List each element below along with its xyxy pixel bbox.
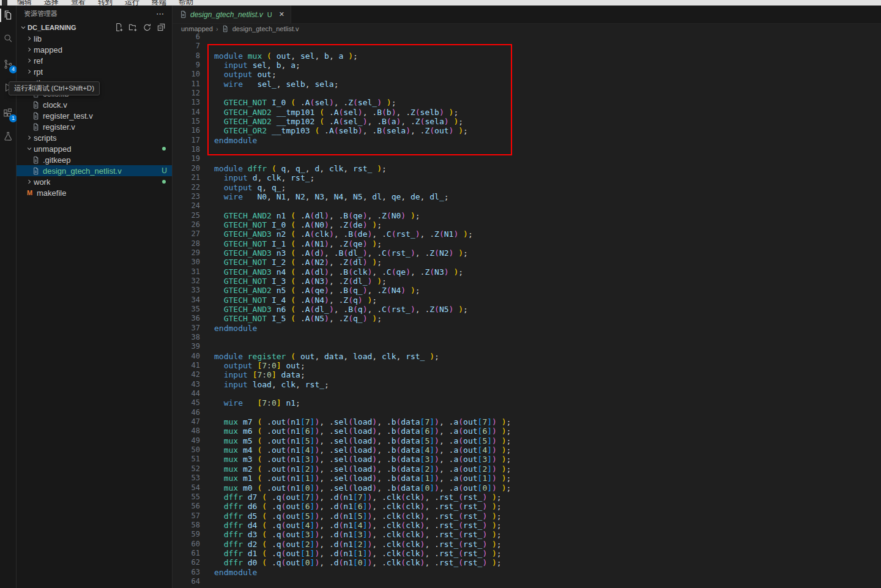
code-line-46[interactable]: 46: [173, 408, 881, 417]
code-line-content[interactable]: [200, 32, 214, 42]
line-number[interactable]: 8: [173, 51, 200, 61]
line-number[interactable]: 38: [173, 333, 200, 342]
line-number[interactable]: 62: [173, 558, 200, 567]
code-line-9[interactable]: 9 input sel, b, a;: [173, 61, 881, 70]
code-line-content[interactable]: mux m4 ( .out(n1[4]), .sel(load), .b(dat…: [200, 445, 511, 455]
chevron-right-icon[interactable]: [25, 34, 34, 43]
line-number[interactable]: 63: [173, 568, 200, 577]
code-line-content[interactable]: mux m3 ( .out(n1[3]), .sel(load), .b(dat…: [200, 455, 511, 464]
line-number[interactable]: 64: [173, 577, 200, 586]
code-line-51[interactable]: 51 mux m3 ( .out(n1[3]), .sel(load), .b(…: [173, 455, 881, 464]
code-line-25[interactable]: 25 GTECH_AND2 n1 ( .A(dl), .B(qe), .Z(N0…: [173, 211, 881, 220]
code-line-36[interactable]: 36 GTECH_NOT I_5 ( .A(N5), .Z(q_) );: [173, 314, 881, 323]
code-line-31[interactable]: 31 GTECH_AND3 n4 ( .A(dl), .B(clk), .C(q…: [173, 267, 881, 277]
code-line-21[interactable]: 21 input d, clk, rst_;: [173, 173, 881, 182]
code-line-content[interactable]: [200, 201, 214, 210]
chevron-right-icon[interactable]: [25, 56, 34, 65]
code-line-content[interactable]: mux m5 ( .out(n1[5]), .sel(load), .b(dat…: [200, 436, 511, 445]
code-line-content[interactable]: wire [7:0] n1;: [200, 398, 300, 408]
code-line-64[interactable]: 64: [173, 577, 881, 586]
code-line-content[interactable]: module mux ( out, sel, b, a );: [200, 51, 358, 61]
line-number[interactable]: 10: [173, 70, 200, 79]
tree-folder-scripts[interactable]: scripts: [17, 132, 172, 143]
line-number[interactable]: 28: [173, 239, 200, 248]
tree-file-design-gtech-netlist-v[interactable]: design_gtech_netlist.vU: [17, 165, 172, 176]
code-line-50[interactable]: 50 mux m4 ( .out(n1[4]), .sel(load), .b(…: [173, 445, 881, 455]
code-line-49[interactable]: 49 mux m5 ( .out(n1[5]), .sel(load), .b(…: [173, 436, 881, 445]
code-line-37[interactable]: 37endmodule: [173, 324, 881, 333]
code-line-content[interactable]: dffr d5 ( .q(out[5]), .d(n1[5]), .clk(cl…: [200, 512, 502, 521]
code-line-41[interactable]: 41 output [7:0] out;: [173, 361, 881, 370]
code-line-19[interactable]: 19: [173, 154, 881, 163]
code-line-content[interactable]: GTECH_AND3 n3 ( .A(d), .B(dl_), .C(rst_)…: [200, 248, 468, 258]
code-line-content[interactable]: dffr d6 ( .q(out[6]), .d(n1[6]), .clk(cl…: [200, 502, 502, 511]
source-control-icon[interactable]: 4: [1, 57, 15, 72]
line-number[interactable]: 23: [173, 192, 200, 201]
line-number[interactable]: 22: [173, 183, 200, 192]
line-number[interactable]: 42: [173, 370, 200, 379]
code-line-17[interactable]: 17endmodule: [173, 136, 881, 145]
more-actions-icon[interactable]: ⋯: [156, 9, 165, 18]
line-number[interactable]: 45: [173, 398, 200, 408]
line-number[interactable]: 47: [173, 417, 200, 426]
menu-item-4[interactable]: 转到: [98, 0, 113, 6]
line-number[interactable]: 36: [173, 314, 200, 323]
code-line-content[interactable]: output q, q_;: [200, 183, 286, 192]
line-number[interactable]: 55: [173, 493, 200, 502]
line-number[interactable]: 33: [173, 286, 200, 295]
line-number[interactable]: 41: [173, 361, 200, 370]
code-line-content[interactable]: output out;: [200, 70, 277, 79]
code-line-content[interactable]: module register ( out, data, load, clk, …: [200, 352, 439, 361]
code-line-content[interactable]: [200, 577, 214, 586]
line-number[interactable]: 35: [173, 305, 200, 314]
chevron-right-icon[interactable]: [25, 133, 34, 142]
code-line-57[interactable]: 57 dffr d5 ( .q(out[5]), .d(n1[5]), .clk…: [173, 512, 881, 521]
code-line-14[interactable]: 14 GTECH_AND2 __tmp101 ( .A(sel), .B(b),…: [173, 108, 881, 117]
code-line-content[interactable]: output [7:0] out;: [200, 361, 305, 370]
new-folder-icon[interactable]: [128, 23, 138, 32]
code-line-11[interactable]: 11 wire sel_, selb, sela;: [173, 80, 881, 89]
code-line-18[interactable]: 18: [173, 145, 881, 154]
refresh-icon[interactable]: [142, 23, 152, 32]
code-line-10[interactable]: 10 output out;: [173, 70, 881, 79]
code-line-content[interactable]: GTECH_AND2 n1 ( .A(dl), .B(qe), .Z(N0) )…: [200, 211, 420, 220]
code-line-33[interactable]: 33 GTECH_AND2 n5 ( .A(qe), .B(q_), .Z(N4…: [173, 286, 881, 295]
code-line-content[interactable]: input d, clk, rst_;: [200, 173, 314, 182]
code-line-content[interactable]: [200, 145, 214, 154]
tree-file--gitkeep[interactable]: .gitkeep: [17, 154, 172, 165]
code-line-content[interactable]: [200, 389, 214, 398]
chevron-right-icon[interactable]: [25, 67, 34, 76]
line-number[interactable]: 30: [173, 258, 200, 267]
line-number[interactable]: 12: [173, 89, 200, 98]
code-line-content[interactable]: dffr d4 ( .q(out[4]), .d(n1[4]), .clk(cl…: [200, 521, 502, 530]
line-number[interactable]: 13: [173, 98, 200, 107]
code-line-24[interactable]: 24: [173, 201, 881, 210]
line-number[interactable]: 32: [173, 277, 200, 286]
code-line-content[interactable]: [200, 333, 214, 342]
code-line-63[interactable]: 63endmodule: [173, 568, 881, 577]
line-number[interactable]: 11: [173, 80, 200, 89]
line-number[interactable]: 14: [173, 108, 200, 117]
line-number[interactable]: 44: [173, 389, 200, 398]
line-number[interactable]: 31: [173, 267, 200, 277]
line-number[interactable]: 34: [173, 296, 200, 305]
code-line-content[interactable]: mux m1 ( .out(n1[1]), .sel(load), .b(dat…: [200, 474, 511, 483]
code-line-content[interactable]: GTECH_AND3 n4 ( .A(dl), .B(clk), .C(qe),…: [200, 267, 463, 277]
tree-file-register-v[interactable]: register.v: [17, 121, 172, 132]
code-line-29[interactable]: 29 GTECH_AND3 n3 ( .A(d), .B(dl_), .C(rs…: [173, 248, 881, 258]
code-line-content[interactable]: GTECH_AND2 __tmp101 ( .A(sel), .B(b), .Z…: [200, 108, 458, 117]
breadcrumb-folder[interactable]: unmapped: [181, 25, 213, 32]
line-number[interactable]: 24: [173, 201, 200, 210]
line-number[interactable]: 25: [173, 211, 200, 220]
code-line-40[interactable]: 40module register ( out, data, load, clk…: [173, 352, 881, 361]
code-line-content[interactable]: dffr d0 ( .q(out[0]), .d(n1[0]), .clk(cl…: [200, 558, 502, 567]
line-number[interactable]: 51: [173, 455, 200, 464]
line-number[interactable]: 21: [173, 173, 200, 182]
search-icon[interactable]: [1, 31, 15, 46]
code-line-45[interactable]: 45 wire [7:0] n1;: [173, 398, 881, 408]
line-number[interactable]: 27: [173, 229, 200, 239]
tab-design-gtech-netlist[interactable]: design_gtech_netlist.v U ✕: [173, 6, 291, 23]
code-line-content[interactable]: GTECH_OR2 __tmp103 ( .A(selb), .B(sela),…: [200, 126, 468, 135]
line-number[interactable]: 40: [173, 352, 200, 361]
code-line-23[interactable]: 23 wire N0, N1, N2, N3, N4, N5, dl, qe, …: [173, 192, 881, 201]
